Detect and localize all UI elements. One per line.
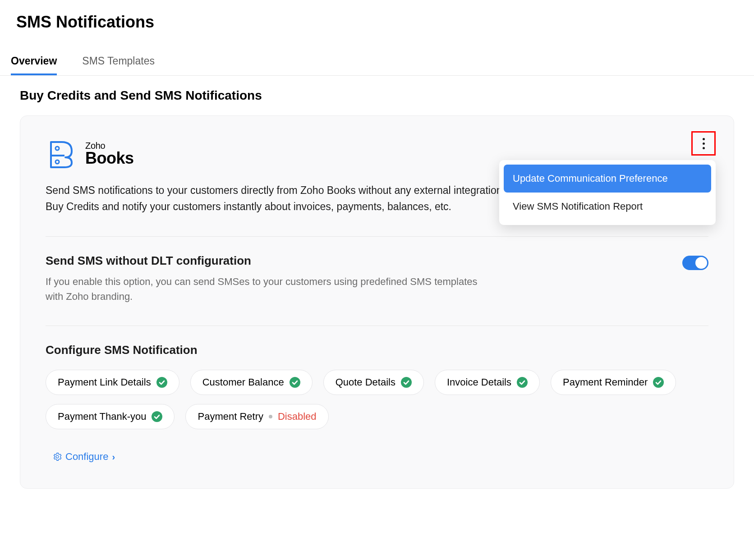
kebab-icon <box>703 138 705 149</box>
menu-item-update-communication-preference[interactable]: Update Communication Preference <box>504 165 711 193</box>
gear-icon <box>53 452 62 461</box>
configure-section: Configure SMS Notification Payment Link … <box>46 326 708 463</box>
more-actions-menu: Update Communication Preference View SMS… <box>499 160 716 225</box>
section-subtitle: Buy Credits and Send SMS Notifications <box>0 76 754 103</box>
svg-point-6 <box>653 377 664 388</box>
toggle-knob <box>695 257 707 269</box>
chip-status: Disabled <box>278 411 317 422</box>
chevron-right-icon: › <box>112 452 115 462</box>
zoho-books-logo-icon <box>46 138 78 170</box>
dlt-description: If you enable this option, you can send … <box>46 268 497 304</box>
menu-item-view-sms-notification-report[interactable]: View SMS Notification Report <box>504 193 711 220</box>
check-icon <box>653 377 664 388</box>
check-icon <box>152 411 162 422</box>
check-icon <box>290 377 300 388</box>
svg-point-7 <box>152 411 162 422</box>
svg-point-0 <box>55 147 59 150</box>
dlt-section: Send SMS without DLT configuration If yo… <box>46 236 708 304</box>
chip-payment-thank-you[interactable]: Payment Thank-you <box>46 404 175 429</box>
svg-point-3 <box>290 377 300 388</box>
page-title: SMS Notifications <box>0 0 754 32</box>
logo-product-text: Books <box>85 150 134 166</box>
chip-payment-retry[interactable]: Payment Retry Disabled <box>185 404 328 429</box>
chip-label: Payment Retry <box>198 411 263 422</box>
chip-label: Payment Reminder <box>563 376 648 388</box>
configure-link-label: Configure <box>65 451 108 463</box>
chip-quote-details[interactable]: Quote Details <box>323 370 424 395</box>
chip-invoice-details[interactable]: Invoice Details <box>435 370 540 395</box>
configure-link[interactable]: Configure › <box>53 451 115 463</box>
dlt-toggle[interactable] <box>682 256 708 270</box>
svg-point-1 <box>55 160 59 164</box>
check-icon <box>401 377 412 388</box>
check-icon <box>517 377 528 388</box>
chip-payment-reminder[interactable]: Payment Reminder <box>551 370 676 395</box>
notification-chips: Payment Link Details Customer Balance Qu… <box>46 357 708 429</box>
tab-sms-templates[interactable]: SMS Templates <box>82 55 155 75</box>
status-dot-icon <box>269 415 272 418</box>
chip-label: Customer Balance <box>202 376 284 388</box>
chip-customer-balance[interactable]: Customer Balance <box>190 370 313 395</box>
svg-point-5 <box>517 377 528 388</box>
chip-payment-link-details[interactable]: Payment Link Details <box>46 370 179 395</box>
svg-point-2 <box>156 377 167 388</box>
configure-title: Configure SMS Notification <box>46 343 708 357</box>
check-icon <box>156 377 167 388</box>
card-description: Send SMS notifications to your customers… <box>46 170 519 215</box>
chip-label: Payment Thank-you <box>58 411 146 422</box>
svg-point-4 <box>401 377 412 388</box>
tab-overview[interactable]: Overview <box>11 55 57 75</box>
chip-label: Payment Link Details <box>58 376 151 388</box>
dlt-title: Send SMS without DLT configuration <box>46 254 497 268</box>
sms-card: Zoho Books Send SMS notifications to you… <box>20 115 734 489</box>
tabs-bar: Overview SMS Templates <box>0 32 754 76</box>
chip-label: Quote Details <box>336 376 395 388</box>
chip-label: Invoice Details <box>447 376 511 388</box>
more-actions-button[interactable] <box>691 131 716 156</box>
